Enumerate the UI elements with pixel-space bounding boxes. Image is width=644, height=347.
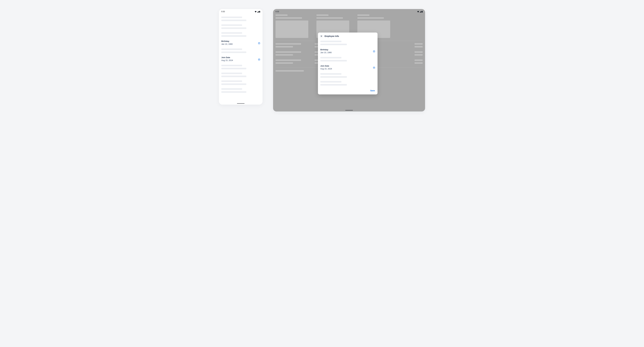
phone-statusbar: 9:30 bbox=[219, 9, 262, 13]
employee-info-dialog: Employee Info Birthday Jan 10, 1980 Join… bbox=[318, 33, 378, 94]
skeleton-group bbox=[221, 88, 260, 93]
nav-handle bbox=[237, 103, 244, 104]
joindate-value: Aug 15, 2024 bbox=[221, 59, 233, 62]
skeleton-group bbox=[320, 57, 375, 62]
dialog-birthday-field: Birthday Jan 10, 1980 bbox=[320, 49, 375, 54]
tablet-statusbar: 9:30 bbox=[273, 9, 425, 13]
dialog-title: Employee Info bbox=[324, 35, 339, 37]
dialog-header: Employee Info bbox=[320, 35, 375, 37]
calendar-icon bbox=[373, 67, 375, 69]
skeleton-group bbox=[221, 80, 260, 85]
birthday-field: Birthday Jan 10, 1980 bbox=[221, 40, 260, 45]
calendar-icon bbox=[258, 42, 260, 44]
wifi-icon bbox=[417, 11, 419, 13]
battery-icon bbox=[259, 11, 260, 13]
close-icon bbox=[320, 35, 322, 37]
signal-icon bbox=[257, 11, 259, 13]
skeleton-group bbox=[221, 32, 260, 37]
dialog-birthday-value: Jan 10, 1980 bbox=[320, 51, 332, 54]
battery-icon bbox=[422, 11, 423, 13]
tablet-canvas: Employee Info Birthday Jan 10, 1980 Join… bbox=[273, 13, 425, 111]
status-time: 9:30 bbox=[276, 11, 279, 13]
svg-rect-0 bbox=[258, 43, 260, 44]
status-time: 9:30 bbox=[221, 11, 225, 13]
tablet-frame: 9:30 bbox=[273, 9, 425, 111]
dialog-birthday-calendar-button[interactable] bbox=[373, 50, 375, 52]
skeleton-group bbox=[221, 17, 260, 21]
svg-rect-4 bbox=[258, 59, 260, 60]
dialog-birthday-label: Birthday bbox=[320, 49, 332, 51]
nav-handle bbox=[345, 110, 353, 111]
save-button[interactable]: Save bbox=[370, 89, 375, 92]
joindate-calendar-button[interactable] bbox=[258, 59, 260, 61]
birthday-label: Birthday bbox=[221, 40, 232, 42]
dialog-joindate-field: Join Date Aug 15, 2024 bbox=[320, 65, 375, 70]
dialog-joindate-value: Aug 15, 2024 bbox=[320, 68, 332, 70]
skeleton-group bbox=[320, 73, 375, 78]
phone-frame: 9:30 Birthday Jan 10, 1980 Join Date Aug… bbox=[219, 9, 262, 105]
skeleton-group bbox=[221, 65, 260, 69]
dialog-joindate-calendar-button[interactable] bbox=[373, 67, 375, 69]
calendar-icon bbox=[373, 50, 375, 52]
skeleton-group bbox=[320, 41, 375, 45]
skeleton-group bbox=[221, 73, 260, 77]
joindate-label: Join Date bbox=[221, 56, 233, 59]
phone-content: Birthday Jan 10, 1980 Join Date Aug 15, … bbox=[219, 13, 262, 101]
skeleton-group bbox=[320, 81, 375, 86]
skeleton-group bbox=[221, 25, 260, 29]
birthday-calendar-button[interactable] bbox=[258, 42, 260, 44]
wifi-icon bbox=[254, 11, 257, 13]
joindate-field: Join Date Aug 15, 2024 bbox=[221, 56, 260, 62]
calendar-icon bbox=[258, 59, 260, 61]
dialog-joindate-label: Join Date bbox=[320, 65, 332, 67]
birthday-value: Jan 10, 1980 bbox=[221, 43, 232, 45]
status-icons bbox=[254, 11, 260, 13]
skeleton-group bbox=[221, 49, 260, 53]
status-icons bbox=[417, 11, 423, 13]
dialog-close-button[interactable] bbox=[320, 35, 322, 37]
signal-icon bbox=[420, 11, 421, 13]
svg-rect-10 bbox=[373, 51, 375, 52]
svg-rect-14 bbox=[373, 67, 375, 68]
dialog-footer: Save bbox=[320, 89, 375, 92]
